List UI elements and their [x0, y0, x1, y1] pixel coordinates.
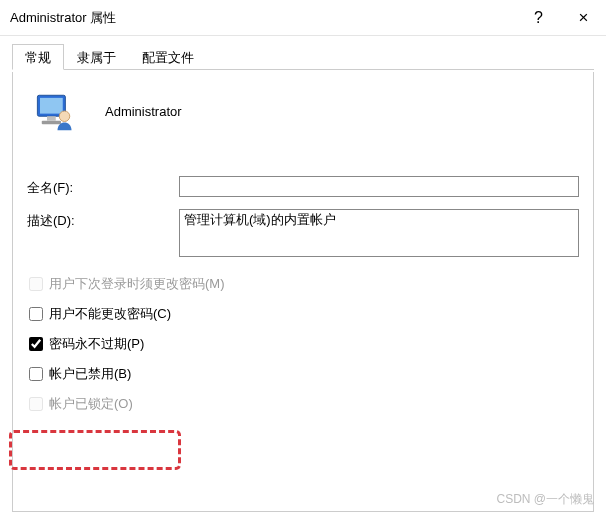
cannot-change-label: 用户不能更改密码(C)	[49, 305, 171, 323]
account-disabled-label: 帐户已禁用(B)	[49, 365, 131, 383]
locked-checkbox	[29, 397, 43, 411]
watermark: CSDN @一个懒鬼	[496, 491, 594, 508]
fullname-row: 全名(F):	[27, 176, 579, 197]
description-input[interactable]	[179, 209, 579, 257]
window-title: Administrator 属性	[10, 9, 516, 27]
description-row: 描述(D):	[27, 209, 579, 257]
svg-rect-3	[42, 121, 61, 125]
never-expires-label: 密码永不过期(P)	[49, 335, 144, 353]
must-change-checkbox	[29, 277, 43, 291]
tab-profile[interactable]: 配置文件	[129, 44, 207, 69]
tab-profile-label: 配置文件	[142, 50, 194, 65]
locked-label: 帐户已锁定(O)	[49, 395, 133, 413]
user-icon	[33, 90, 75, 132]
general-panel: Administrator 全名(F): 描述(D): 用户下次登录时须更改密码…	[12, 72, 594, 512]
svg-rect-2	[47, 116, 56, 120]
tab-member-of-label: 隶属于	[77, 50, 116, 65]
account-disabled-row[interactable]: 帐户已禁用(B)	[27, 365, 579, 383]
help-button[interactable]: ?	[516, 0, 561, 36]
user-name: Administrator	[105, 104, 182, 119]
dialog-content: 常规 隶属于 配置文件 Administrator 全名(F): 描述	[0, 36, 606, 512]
cannot-change-checkbox[interactable]	[29, 307, 43, 321]
locked-row: 帐户已锁定(O)	[27, 395, 579, 413]
fullname-label: 全名(F):	[27, 176, 179, 197]
must-change-label: 用户下次登录时须更改密码(M)	[49, 275, 225, 293]
account-disabled-checkbox[interactable]	[29, 367, 43, 381]
checkbox-group: 用户下次登录时须更改密码(M) 用户不能更改密码(C) 密码永不过期(P) 帐户…	[27, 275, 579, 413]
close-button[interactable]: ×	[561, 0, 606, 36]
svg-point-4	[59, 111, 70, 122]
user-header: Administrator	[27, 90, 579, 132]
close-icon: ×	[579, 8, 589, 28]
tab-member-of[interactable]: 隶属于	[64, 44, 129, 69]
tab-strip: 常规 隶属于 配置文件	[12, 44, 594, 70]
must-change-row: 用户下次登录时须更改密码(M)	[27, 275, 579, 293]
fullname-input[interactable]	[179, 176, 579, 197]
tab-general[interactable]: 常规	[12, 44, 64, 70]
never-expires-checkbox[interactable]	[29, 337, 43, 351]
help-icon: ?	[534, 9, 543, 27]
titlebar: Administrator 属性 ? ×	[0, 0, 606, 36]
svg-rect-1	[40, 98, 63, 114]
description-label: 描述(D):	[27, 209, 179, 230]
never-expires-row[interactable]: 密码永不过期(P)	[27, 335, 579, 353]
cannot-change-row[interactable]: 用户不能更改密码(C)	[27, 305, 579, 323]
tab-general-label: 常规	[25, 50, 51, 65]
